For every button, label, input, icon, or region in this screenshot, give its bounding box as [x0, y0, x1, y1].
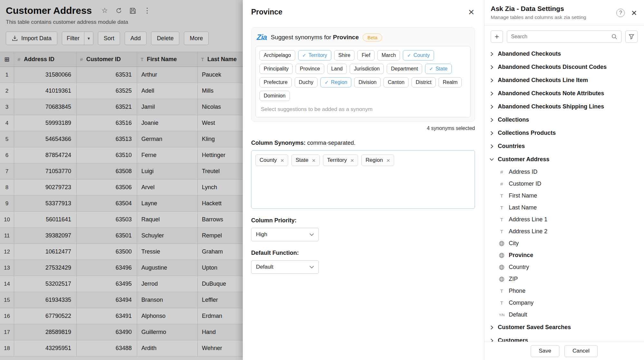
- chevron-right-icon[interactable]: [489, 325, 494, 330]
- default-function-select[interactable]: Default: [251, 260, 319, 274]
- remove-tag-icon[interactable]: ×: [350, 157, 354, 163]
- tree-table-label: Abandoned Checkouts Shipping Lines: [498, 103, 604, 110]
- tree-column-item[interactable]: TPhone: [489, 285, 641, 297]
- text-type-icon: T: [498, 205, 506, 210]
- tree-table-item[interactable]: Countries: [489, 140, 641, 153]
- chevron-right-icon[interactable]: [489, 78, 494, 83]
- tree-table-label: Abandoned Checkouts Note Attributes: [498, 90, 604, 97]
- tree-table-item[interactable]: Collections: [489, 113, 641, 126]
- tree-column-item[interactable]: City: [489, 237, 641, 249]
- synonym-suggestion-chip[interactable]: Dominion: [260, 91, 290, 101]
- synonym-suggestion-chip[interactable]: Principality: [260, 64, 293, 74]
- synonyms-selected-count: 4 synonyms selected: [243, 125, 475, 131]
- tree-table-item[interactable]: Collections Products: [489, 126, 641, 140]
- tree-table-label: Customer Saved Searches: [498, 324, 571, 331]
- chevron-right-icon[interactable]: [489, 131, 494, 135]
- synonym-suggestion-chip[interactable]: Jurisdiction: [350, 64, 384, 74]
- synonym-suggestion-chip[interactable]: Prefecture: [260, 77, 292, 88]
- tree-column-item[interactable]: Y/NDefault: [489, 309, 641, 321]
- tree-table-item[interactable]: Customer Saved Searches: [489, 321, 641, 334]
- tree-column-label: ZIP: [509, 276, 518, 282]
- chip-label: District: [416, 79, 431, 85]
- save-button[interactable]: Save: [531, 345, 559, 357]
- tree-column-item[interactable]: #Customer ID: [489, 178, 641, 190]
- synonym-suggestion-chip[interactable]: March: [377, 50, 400, 60]
- chevron-right-icon[interactable]: [489, 118, 494, 122]
- synonym-suggestion-chip[interactable]: Province: [296, 64, 324, 74]
- tree-table-item[interactable]: Customers: [489, 334, 641, 342]
- tree-table-item[interactable]: Customer Address: [489, 153, 641, 166]
- synonym-suggestion-chip[interactable]: Realm: [439, 77, 462, 88]
- panel-footer: Save Cancel: [484, 342, 644, 360]
- filter-funnel-button[interactable]: [625, 31, 638, 43]
- synonyms-input[interactable]: County×State×Territory×Region×: [251, 150, 475, 209]
- remove-tag-icon[interactable]: ×: [312, 157, 316, 163]
- add-table-button[interactable]: +: [491, 31, 503, 43]
- synonym-suggestion-chip[interactable]: Archipelago: [260, 50, 295, 60]
- tree-column-item[interactable]: TFirst Name: [489, 190, 641, 202]
- chip-label: Region: [331, 79, 347, 85]
- tree-column-label: Address ID: [509, 169, 537, 175]
- synonym-suggestion-chip[interactable]: ✓State: [425, 64, 452, 74]
- synonym-suggestion-chip[interactable]: ✓Region: [320, 77, 351, 88]
- remove-tag-icon[interactable]: ×: [386, 157, 390, 163]
- synonym-suggestion-chip[interactable]: Department: [387, 64, 422, 74]
- column-priority-select[interactable]: High: [251, 228, 319, 241]
- synonym-suggestion-chip[interactable]: Shire: [334, 50, 355, 60]
- default-function-label: Default Function:: [251, 250, 484, 256]
- tree-column-item[interactable]: Province: [489, 249, 641, 261]
- tree-column-item[interactable]: TLast Name: [489, 202, 641, 214]
- tree-column-item[interactable]: #Address ID: [489, 166, 641, 178]
- ask-zia-data-settings-panel: Ask Zia - Data Settings Manage tables an…: [484, 0, 644, 360]
- tree-table-label: Collections: [498, 116, 529, 123]
- tree-table-item[interactable]: Abandoned Checkouts Note Attributes: [489, 87, 641, 100]
- synonym-suggestion-chip[interactable]: Canton: [384, 77, 409, 88]
- synonym-suggestion-chip[interactable]: Fief: [357, 50, 374, 60]
- tree-column-item[interactable]: TAddress Line 1: [489, 214, 641, 226]
- chevron-right-icon[interactable]: [489, 52, 494, 56]
- synonym-suggestion-chip[interactable]: ✓Territory: [298, 50, 331, 60]
- chevron-right-icon[interactable]: [489, 65, 494, 69]
- tree-column-label: Country: [509, 264, 529, 271]
- synonym-suggestion-chip[interactable]: Division: [354, 77, 381, 88]
- chevron-down-icon[interactable]: [489, 158, 494, 161]
- synonym-tag: Territory×: [323, 154, 358, 166]
- synonym-suggestion-chip[interactable]: Land: [327, 64, 347, 74]
- tree-table-item[interactable]: Abandoned Checkouts Discount Codes: [489, 60, 641, 74]
- chevron-right-icon[interactable]: [489, 91, 494, 96]
- customer-address-table-panel: Customer Address ☆ ⋮ This table contains…: [0, 0, 243, 360]
- panel-close-icon[interactable]: ×: [631, 9, 637, 17]
- synonym-suggestion-chip[interactable]: District: [412, 77, 436, 88]
- tree-column-item[interactable]: TAddress Line 2: [489, 226, 641, 237]
- chevron-right-icon[interactable]: [489, 338, 494, 342]
- modal-close-icon[interactable]: ×: [468, 8, 474, 16]
- tree-column-item[interactable]: TCompany: [489, 297, 641, 309]
- chip-label: Realm: [443, 79, 458, 85]
- panel-subtitle: Manage tables and columns ask zia settin…: [491, 14, 586, 20]
- tree-column-item[interactable]: Country: [489, 261, 641, 273]
- tree-table-item[interactable]: Abandoned Checkouts: [489, 47, 641, 60]
- chip-label: Prefecture: [264, 79, 288, 85]
- search-input[interactable]: [511, 34, 609, 40]
- synonym-suggestion-chip[interactable]: ✓County: [403, 50, 434, 60]
- tree-column-label: Province: [509, 252, 533, 259]
- chip-label: Jurisdiction: [354, 66, 380, 72]
- synonym-suggestion-chip[interactable]: Duchy: [295, 77, 317, 88]
- remove-tag-icon[interactable]: ×: [280, 157, 284, 163]
- search-icon[interactable]: [611, 34, 617, 40]
- cancel-button[interactable]: Cancel: [564, 345, 598, 357]
- modal-title: Province: [251, 8, 282, 16]
- check-icon: ✓: [429, 66, 433, 72]
- search-field[interactable]: [507, 31, 621, 43]
- tree-table-item[interactable]: Abandoned Checkouts Shipping Lines: [489, 100, 641, 113]
- globe-geo-type-icon: [498, 241, 506, 246]
- synonym-tag: County×: [255, 154, 288, 166]
- tree-column-item[interactable]: ZIP: [489, 273, 641, 285]
- chevron-right-icon[interactable]: [489, 105, 494, 109]
- zia-tree: Abandoned CheckoutsAbandoned Checkouts D…: [484, 45, 644, 342]
- tree-table-item[interactable]: Abandoned Checkouts Line Item: [489, 74, 641, 87]
- help-icon[interactable]: ?: [616, 9, 625, 17]
- column-settings-modal: Province × Zia Suggest synonyms for Prov…: [243, 0, 484, 360]
- chevron-right-icon[interactable]: [489, 144, 494, 149]
- chip-label: Principality: [264, 66, 289, 72]
